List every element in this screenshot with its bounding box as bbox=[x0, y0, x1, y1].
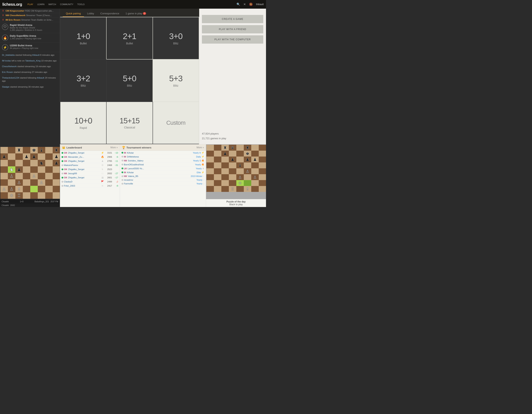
game-cell-blitz4[interactable]: 5+3 Blitz bbox=[153, 59, 199, 101]
nav-tools[interactable]: TOOLS bbox=[77, 3, 85, 6]
arena-item-0[interactable]: 🛡 Rapid Shield Arena Battle for the Rapi… bbox=[0, 22, 60, 33]
arena-item-2[interactable]: ⚡ U2000 Bullet Arena 84 players • Playin… bbox=[0, 43, 60, 52]
activity-feed: Dr_blablabla started following thibault … bbox=[0, 52, 60, 90]
leaderboard-row[interactable]: GM Zhigalko_Sergei⚡3101↑10 bbox=[60, 151, 120, 155]
puzzle-board[interactable]: ♜♛♜♟♚♟♟♟♝♙♙♙♔♖♗ bbox=[206, 144, 266, 199]
board-info-bar: Ckaakk 1+0 Babafingo_321 2537 FM bbox=[0, 200, 60, 203]
create-game-button[interactable]: CREATE A GAME bbox=[202, 15, 263, 23]
variant-8: Classical bbox=[124, 126, 135, 129]
tournament-header: 🏆 Tournament winners More » bbox=[120, 144, 206, 151]
tab-quick-pairing[interactable]: Quick pairing bbox=[63, 10, 84, 17]
game-cell-classical[interactable]: 15+15 Classical bbox=[106, 102, 152, 144]
activity-user-4[interactable]: Thetacticbot1234 bbox=[2, 77, 19, 79]
time-control-1: 1+0 bbox=[77, 32, 90, 41]
game-cell-blitz1[interactable]: 3+0 Blitz bbox=[153, 17, 199, 59]
variant-7: Rapid bbox=[80, 126, 87, 129]
time-control-4: 3+2 bbox=[77, 74, 90, 83]
activity-user-3[interactable]: Eric Rosen bbox=[2, 71, 13, 73]
game-cell-blitz3[interactable]: 5+0 Blitz bbox=[106, 59, 152, 101]
activity-item-4: Thetacticbot1234 started following thiba… bbox=[0, 75, 60, 84]
play-computer-button[interactable]: PLAY WITH THE COMPUTER bbox=[202, 35, 263, 44]
tabs-bar: Quick pairing Lobby Correspondence 1 gam… bbox=[60, 9, 199, 17]
leaderboard-header: 👑 Leaderboard More » bbox=[60, 144, 120, 151]
tournament-row[interactable]: IM DrMelekessDaily ⚡ bbox=[120, 155, 206, 159]
nav-right: 🔍 ✕ 🔕 thibault bbox=[237, 2, 264, 6]
tournament-row[interactable]: recastrovYearly □ bbox=[120, 178, 206, 182]
logo[interactable]: lichess.org bbox=[2, 2, 22, 7]
tournament-rows: IM KAstarYearly H ⚡IM DrMelekessDaily ⚡N… bbox=[120, 151, 206, 186]
tournament-title: Tournament winners bbox=[126, 146, 151, 149]
top-nav: lichess.org PLAY LEARN WATCH COMMUNITY T… bbox=[0, 0, 266, 9]
tab-lobby[interactable]: Lobby bbox=[84, 10, 97, 17]
search-icon[interactable]: 🔍 bbox=[237, 2, 240, 6]
activity-user-2[interactable]: ChessNetwork bbox=[2, 65, 17, 68]
nav-community[interactable]: COMMUNITY bbox=[60, 3, 73, 6]
tournament-row[interactable]: NM Valera_B52019 Winter ○ bbox=[120, 175, 206, 178]
activity-item-5: Sladgie started streaming 30 minutes ago bbox=[0, 84, 60, 90]
activity-link-4[interactable]: thibault bbox=[37, 77, 44, 79]
streamer-name-0: CM Kingscrusher bbox=[6, 10, 24, 12]
arena-item-1[interactable]: 🔥 Daily SuperBlitz Arena 1,392 players •… bbox=[0, 33, 60, 43]
variant-6: Blitz bbox=[173, 84, 178, 87]
variant-4: Blitz bbox=[81, 84, 86, 87]
game-cell-rapid[interactable]: 10+0 Rapid bbox=[60, 102, 106, 144]
game-cell-bullet1[interactable]: 1+0 Bullet bbox=[60, 17, 106, 59]
activity-item-1: IM lovlas left a note on Takeback_King 1… bbox=[0, 58, 60, 64]
stream-icon-1: 🎙 bbox=[2, 14, 4, 17]
game-cell-bullet2[interactable]: 2+1 Bullet bbox=[106, 17, 152, 59]
tab-game-in-play[interactable]: 1 game in play 1 bbox=[122, 10, 149, 17]
tournament-row[interactable]: IM KAstarElite ⚡ bbox=[120, 170, 206, 175]
tournament-row[interactable]: LM Lance5500-Yo...Yearly ♟ bbox=[120, 166, 206, 170]
activity-link-1[interactable]: Takeback_King bbox=[25, 59, 40, 62]
activity-link-0[interactable]: thibault bbox=[32, 54, 39, 56]
activity-user-0[interactable]: Dr_blablabla bbox=[2, 54, 15, 56]
tournament-row[interactable]: FarmvilleYearly □ bbox=[120, 182, 206, 186]
tournament-more[interactable]: More » bbox=[197, 146, 204, 149]
streamer-name-1: NM ChessNetwork bbox=[6, 14, 25, 17]
game-in-play-badge: 1 bbox=[143, 12, 146, 15]
leaderboard-row[interactable]: GM Alexander_Zu...🔥2906↑6 bbox=[60, 155, 120, 159]
nav-watch[interactable]: WATCH bbox=[48, 3, 56, 6]
top-area: Quick pairing Lobby Correspondence 1 gam… bbox=[60, 9, 266, 144]
leaderboard-row[interactable]: GM Zhigalko_Sergei▦2601↑17 bbox=[60, 175, 120, 180]
white-player-name: Babafingo_321 2537 FM bbox=[34, 200, 58, 203]
time-control-9: Custom bbox=[166, 120, 185, 126]
streamer-item-2[interactable]: 🎙 IM Eric Rosen Streamer Team Battle on … bbox=[0, 18, 60, 22]
time-control-3: 3+0 bbox=[169, 32, 182, 41]
nav-learn[interactable]: LEARN bbox=[37, 3, 44, 6]
game-cell-blitz2[interactable]: 3+2 Blitz bbox=[60, 59, 106, 101]
leaderboard-more[interactable]: More » bbox=[111, 146, 118, 149]
streamer-item-0[interactable]: 🎙 CM Kingscrusher FIDE CM Kingscrusher p… bbox=[0, 9, 60, 13]
close-icon[interactable]: ✕ bbox=[243, 2, 246, 6]
activity-user-1[interactable]: IM lovlas bbox=[2, 59, 11, 62]
tournament-row[interactable]: NM Sviridov_ValeryYearly S 🔥 bbox=[120, 159, 206, 163]
arena-info-0: Rapid Shield Arena Battle for the Rapid … bbox=[10, 24, 42, 31]
main-layout: 🎙 CM Kingscrusher FIDE CM Kingscrusher p… bbox=[0, 9, 266, 207]
bell-icon[interactable]: 🔕 bbox=[249, 2, 253, 6]
leaderboard-row[interactable]: MaksimPanov⚙2468↑31 bbox=[60, 163, 120, 167]
white-player-rating: 2537 FM bbox=[50, 201, 58, 203]
play-with-friend-button[interactable]: PLAY WITH A FRIEND bbox=[202, 25, 263, 33]
tournament-panel: 🏆 Tournament winners More » IM KAstarYea… bbox=[120, 144, 206, 207]
nav-links: PLAY LEARN WATCH COMMUNITY TOOLS bbox=[28, 3, 85, 6]
right-sidebar: CREATE A GAME PLAY WITH A FRIEND PLAY WI… bbox=[199, 9, 266, 144]
streamer-item-1[interactable]: 🎙 NM ChessNetwork Streamer !Team [Chess.… bbox=[0, 13, 60, 18]
leaderboard-row[interactable]: GM Zhigalko_Sergei♟2765↑11 bbox=[60, 159, 120, 163]
variant-2: Bullet bbox=[126, 42, 133, 45]
nav-play[interactable]: PLAY bbox=[28, 3, 33, 6]
game-cell-custom[interactable]: Custom bbox=[153, 102, 199, 144]
stream-icon-2: 🎙 bbox=[2, 19, 4, 21]
puzzle-title: Puzzle of the day bbox=[208, 200, 264, 203]
leaderboard-row[interactable]: Fritzi_2003≋2417↑8 bbox=[60, 184, 120, 188]
tab-correspondence[interactable]: Correspondence bbox=[97, 10, 122, 17]
leaderboard-row[interactable]: ClasbyD🚩2499↓2 bbox=[60, 180, 120, 184]
left-sidebar: 🎙 CM Kingscrusher FIDE CM Kingscrusher p… bbox=[0, 9, 60, 207]
trophy-icon: 🏆 bbox=[122, 146, 125, 149]
bottom-section: 👑 Leaderboard More » GM Zhigalko_Sergei⚡… bbox=[60, 144, 266, 207]
leaderboard-row[interactable]: NM Jasugi99□2832↑27 bbox=[60, 171, 120, 175]
tournament-row[interactable]: BornOfGodAndVoidYearly 🔥 bbox=[120, 163, 206, 166]
leaderboard-row[interactable]: GM Zhigalko_Sergei🖱2523 bbox=[60, 167, 120, 171]
user-label[interactable]: thibault bbox=[256, 3, 264, 6]
tournament-row[interactable]: IM KAstarYearly H ⚡ bbox=[120, 151, 206, 155]
activity-user-5[interactable]: Sladgie bbox=[2, 86, 10, 88]
